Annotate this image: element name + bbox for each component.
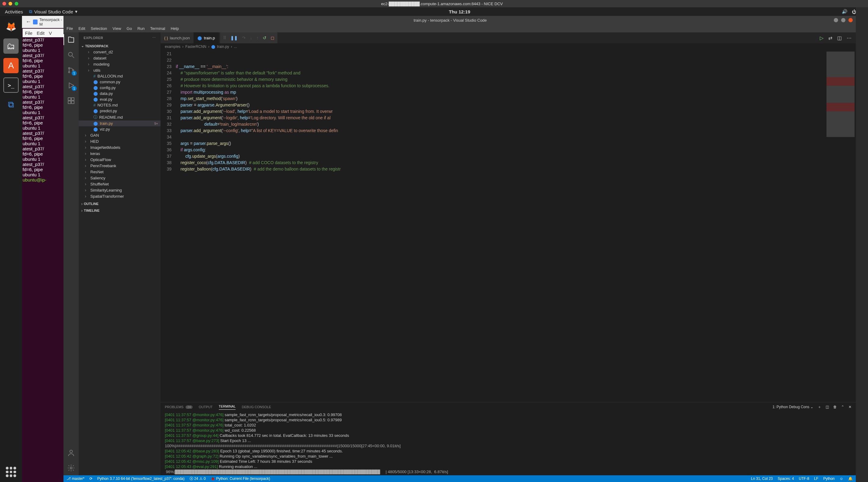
tree-file-README.md[interactable]: ⓘREADME.md xyxy=(79,114,160,121)
app-menu[interactable]: ⧉ Visual Studio Code ▾ xyxy=(29,9,77,14)
menu-run[interactable]: Run xyxy=(137,26,145,31)
activity-settings[interactable] xyxy=(67,464,75,472)
dock-files[interactable]: 🗂 xyxy=(3,38,19,54)
split-editor-icon[interactable]: ◫ xyxy=(837,35,842,41)
tab-train-py[interactable]: ⬤ train.p xyxy=(194,32,219,43)
menu-help[interactable]: Help xyxy=(170,26,179,31)
breadcrumb[interactable]: examples› FasterRCNN› ⬤train.py› ... xyxy=(160,43,856,50)
status-python[interactable]: Python 3.7.10 64-bit ('tensorflow2_lates… xyxy=(97,477,185,481)
status-feedback-icon[interactable]: ☺ xyxy=(840,477,843,481)
activity-debug[interactable]: 1 xyxy=(67,81,75,90)
dock-software[interactable]: A xyxy=(3,58,19,73)
status-encoding[interactable]: UTF-8 xyxy=(799,477,809,481)
dock-terminal[interactable]: >_ xyxy=(3,77,19,93)
activity-explorer[interactable] xyxy=(67,35,75,44)
terminal-trash-icon[interactable]: 🗑 xyxy=(833,405,837,409)
tree-folder-dataset[interactable]: dataset xyxy=(79,55,160,61)
tree-folder-utils[interactable]: utils xyxy=(79,67,160,73)
status-debug-target[interactable]: 🐞 Python: Current File (tensorpack) xyxy=(211,477,270,481)
minimap[interactable] xyxy=(825,50,856,402)
status-branch[interactable]: ⎇ master* xyxy=(66,477,85,481)
status-sync-icon[interactable]: ⟳ xyxy=(89,477,92,481)
outline-section[interactable]: OUTLINE xyxy=(79,200,160,207)
debug-step-over[interactable]: ↷ xyxy=(242,35,246,40)
panel-tab-problems[interactable]: PROBLEMS 24 xyxy=(165,405,193,409)
status-ln-col[interactable]: Ln 31, Col 23 xyxy=(751,477,773,481)
clock[interactable]: Thu 12:19 xyxy=(78,9,842,14)
panel-close-icon[interactable]: ✕ xyxy=(848,405,851,409)
menu-file[interactable]: File xyxy=(66,26,73,31)
status-spaces[interactable]: Spaces: 4 xyxy=(778,477,794,481)
tab-launch-json[interactable]: { } launch.json xyxy=(160,32,194,43)
sound-icon[interactable]: 🔊 xyxy=(842,9,847,14)
debug-pause[interactable]: ❚❚ xyxy=(230,35,238,40)
terminal-output[interactable]: [0401 11:37:57 @monitor.py:476] sample_f… xyxy=(160,412,856,475)
debug-drag-handle[interactable]: ⠿ xyxy=(223,35,226,40)
tree-folder-ImageNetModels[interactable]: ImageNetModels xyxy=(79,144,160,151)
mac-minimize[interactable] xyxy=(8,2,12,5)
tree-file-data.py[interactable]: ⬤data.py xyxy=(79,91,160,96)
tree-folder-HED[interactable]: HED xyxy=(79,138,160,144)
dock-show-apps[interactable] xyxy=(6,467,16,477)
mac-maximize[interactable] xyxy=(14,2,18,5)
tree-file-predict.py[interactable]: ⬤predict.py xyxy=(79,108,160,114)
debug-step-out[interactable]: ↑ xyxy=(256,35,258,40)
tree-file-BALLOON.md[interactable]: #BALLOON.md xyxy=(79,73,160,79)
menu-edit[interactable]: Edit xyxy=(79,26,85,31)
tree-file-common.py[interactable]: ⬤common.py xyxy=(79,79,160,85)
panel-maximize-icon[interactable]: ⌃ xyxy=(841,405,844,409)
tree-root[interactable]: TENSORPACK xyxy=(79,43,160,49)
tree-file-config.py[interactable]: ⬤config.py xyxy=(79,85,160,91)
menu-view[interactable]: View xyxy=(113,26,121,31)
tree-file-eval.py[interactable]: ⬤eval.py xyxy=(79,96,160,102)
activity-search[interactable] xyxy=(67,51,75,59)
status-language[interactable]: Python xyxy=(823,477,834,481)
line-gutter[interactable]: 21222324252627282930313233343536373839 xyxy=(160,50,176,402)
menu-terminal[interactable]: Terminal xyxy=(150,26,165,31)
activity-account[interactable] xyxy=(67,448,75,457)
dock-firefox[interactable]: 🦊 xyxy=(3,19,19,34)
activities-button[interactable]: Activities xyxy=(5,9,23,14)
status-eol[interactable]: LF xyxy=(814,477,818,481)
run-icon[interactable]: ▷ xyxy=(820,35,824,41)
panel-tab-terminal[interactable]: TERMINAL xyxy=(219,405,236,410)
tree-folder-SpatialTransformer[interactable]: SpatialTransformer xyxy=(79,193,160,199)
tree-file-train.py[interactable]: ⬤train.py9+ xyxy=(79,121,160,126)
debug-restart[interactable]: ↺ xyxy=(263,35,267,40)
panel-tab-debugconsole[interactable]: DEBUG CONSOLE xyxy=(242,405,271,409)
menu-selection[interactable]: Selection xyxy=(91,26,107,31)
tree-folder-modeling[interactable]: modeling xyxy=(79,61,160,67)
vscode-maximize[interactable] xyxy=(841,18,845,22)
tree-folder-ResNet[interactable]: ResNet xyxy=(79,169,160,175)
tree-file-viz.py[interactable]: ⬤viz.py xyxy=(79,126,160,132)
status-problems[interactable]: ⓧ 24 ⚠ 0 xyxy=(189,476,206,481)
vscode-minimize[interactable] xyxy=(834,18,838,22)
menu-go[interactable]: Go xyxy=(127,26,132,31)
background-browser-tab[interactable]: ← Tensorpack - M xyxy=(22,16,65,28)
tree-folder-OpticalFlow[interactable]: OpticalFlow xyxy=(79,157,160,163)
debug-step-into[interactable]: ↓ xyxy=(250,35,252,40)
background-terminal[interactable]: File Edit V atest_p37/fd=6, pipeubuntu 1… xyxy=(22,28,65,482)
debug-stop[interactable]: ◻ xyxy=(271,35,274,40)
dock-vscode[interactable]: ⧉ xyxy=(3,97,19,112)
code-editor[interactable]: if __name__ == '__main__': # "spawn/fork… xyxy=(176,50,825,402)
panel-tab-output[interactable]: OUTPUT xyxy=(199,405,212,409)
split-compare-icon[interactable]: ⇄ xyxy=(828,35,832,41)
back-icon[interactable]: ← xyxy=(26,19,31,25)
terminal-new-icon[interactable]: ＋ xyxy=(818,405,821,410)
tree-folder-ShuffleNet[interactable]: ShuffleNet xyxy=(79,181,160,187)
tree-folder-PennTreebank[interactable]: PennTreebank xyxy=(79,163,160,169)
vscode-close[interactable] xyxy=(848,18,853,22)
terminal-selector[interactable]: 1: Python Debug Cons ⌄ xyxy=(772,405,813,409)
status-bell-icon[interactable]: 🔔 xyxy=(848,477,853,481)
tree-folder-Saliency[interactable]: Saliency xyxy=(79,175,160,181)
tree-file-NOTES.md[interactable]: #NOTES.md xyxy=(79,102,160,108)
activity-scm[interactable]: 1 xyxy=(67,66,75,74)
mac-close[interactable] xyxy=(2,2,6,5)
editor-more-icon[interactable]: ⋯ xyxy=(847,35,851,41)
terminal-split-icon[interactable]: ◫ xyxy=(826,405,829,409)
tree-folder-keras[interactable]: keras xyxy=(79,151,160,157)
explorer-more-icon[interactable]: ⋯ xyxy=(152,36,156,40)
timeline-section[interactable]: TIMELINE xyxy=(79,207,160,214)
tree-folder-convert_d2[interactable]: convert_d2 xyxy=(79,49,160,55)
